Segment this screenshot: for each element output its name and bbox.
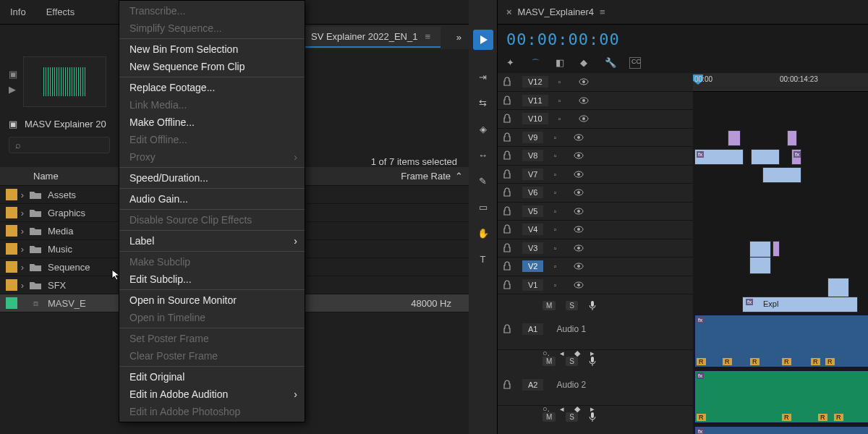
mute-button[interactable]: M	[542, 357, 556, 366]
video-track-header[interactable]: V12▫	[498, 73, 693, 92]
sync-lock-icon[interactable]: ▫	[553, 133, 563, 142]
rectangle-icon[interactable]: ▭	[477, 200, 490, 213]
audio-clip[interactable]: fxRRRRRR	[694, 315, 868, 367]
menu-item[interactable]: Make Offline...	[119, 114, 305, 131]
lock-icon[interactable]	[502, 150, 512, 161]
expand-arrow-icon[interactable]: ›	[17, 226, 27, 237]
menu-item[interactable]: Edit Subclip...	[119, 271, 305, 288]
tab-menu-icon[interactable]: ≡	[425, 31, 430, 42]
sync-lock-icon[interactable]: ▫	[558, 77, 569, 86]
video-track-header[interactable]: V1▫	[498, 276, 693, 295]
lock-icon[interactable]	[502, 95, 512, 106]
chevrons-icon[interactable]: »	[456, 32, 461, 43]
track-name[interactable]: V12	[522, 76, 548, 88]
track-id[interactable]: A2	[522, 379, 543, 391]
lock-icon[interactable]	[502, 324, 512, 334]
eye-icon[interactable]	[574, 189, 584, 196]
lock-icon[interactable]	[502, 380, 512, 390]
cc-icon[interactable]: CC	[629, 57, 641, 69]
video-track-header[interactable]: V6▫	[498, 184, 693, 203]
expand-arrow-icon[interactable]: ›	[17, 280, 27, 291]
lock-icon[interactable]	[502, 132, 512, 142]
solo-button[interactable]: S	[566, 301, 578, 310]
video-track-header[interactable]: V5▫	[498, 203, 693, 221]
col-frame-rate[interactable]: Frame Rate ⌃	[376, 171, 463, 182]
timescale[interactable]: 00:00 00:00:14:23	[693, 73, 868, 92]
slip-icon[interactable]: ↔	[477, 148, 490, 161]
sync-lock-icon[interactable]: ▫	[558, 114, 569, 123]
menu-item[interactable]: Open in Source Monitor	[119, 292, 305, 309]
eye-icon[interactable]	[574, 208, 584, 215]
track-content[interactable]: 00:00 00:00:14:23 fxfxfxExplfxRRRRRRfxRR…	[693, 73, 868, 434]
clip[interactable]: fx	[791, 149, 801, 165]
tab-info[interactable]: Info	[0, 1, 36, 23]
clip[interactable]	[749, 241, 771, 258]
timecode[interactable]: 00:00:00:00	[506, 30, 859, 48]
eye-icon[interactable]	[574, 134, 584, 141]
tab-menu-icon[interactable]: ≡	[600, 7, 605, 17]
clip[interactable]	[749, 257, 771, 274]
search-input[interactable]: ⌕	[9, 137, 110, 153]
sync-lock-icon[interactable]: ▫	[558, 96, 569, 105]
lock-icon[interactable]	[502, 77, 512, 87]
clip[interactable]: fx	[694, 149, 744, 165]
eye-icon[interactable]	[574, 152, 584, 159]
menu-item[interactable]: Replace Footage...	[119, 79, 305, 96]
play-preview-icon[interactable]: ▶	[9, 84, 17, 95]
track-name[interactable]: V6	[522, 187, 543, 198]
audio-track-header[interactable]: MSA2Audio 2○.◂◆▸	[498, 350, 693, 406]
hand-icon[interactable]: ✋	[477, 226, 490, 239]
lock-icon[interactable]	[502, 280, 512, 290]
lock-icon[interactable]	[502, 187, 512, 197]
video-track-header[interactable]: V7▫	[498, 166, 693, 184]
snap-icon[interactable]: ✦	[506, 57, 518, 69]
track-name[interactable]: V9	[522, 132, 543, 143]
preview-thumbnail[interactable]	[23, 56, 106, 107]
expand-arrow-icon[interactable]: ›	[17, 208, 27, 218]
eye-icon[interactable]	[574, 171, 584, 178]
marker-icon[interactable]: ◆	[580, 57, 592, 69]
eye-icon[interactable]	[579, 115, 589, 122]
lock-icon[interactable]	[502, 224, 512, 234]
menu-item[interactable]: Label›	[119, 232, 305, 250]
tab-effects[interactable]: Effects	[36, 1, 85, 23]
video-track-header[interactable]: V2▫	[498, 258, 693, 276]
razor-icon[interactable]: ◈	[477, 122, 490, 135]
track-name[interactable]: V3	[522, 242, 543, 254]
eye-icon[interactable]	[574, 226, 584, 233]
clip[interactable]	[728, 130, 741, 146]
type-icon[interactable]: T	[477, 252, 490, 265]
sync-lock-icon[interactable]: ▫	[553, 262, 563, 271]
video-track-header[interactable]: V3▫	[498, 239, 693, 258]
eye-icon[interactable]	[574, 263, 584, 270]
pen-icon[interactable]: ✎	[477, 174, 490, 187]
video-track-header[interactable]: V9▫	[498, 129, 693, 148]
menu-item[interactable]: Edit in Adobe Audition›	[119, 386, 305, 403]
track-name[interactable]: V8	[522, 150, 543, 161]
mic-icon[interactable]	[588, 300, 597, 310]
marker-add-icon[interactable]: ◧	[556, 57, 567, 69]
sync-lock-icon[interactable]: ▫	[553, 151, 563, 160]
solo-button[interactable]: S	[566, 412, 578, 422]
menu-item[interactable]: New Bin From Selection	[119, 41, 305, 58]
clip[interactable]	[762, 167, 801, 183]
track-id[interactable]: A1	[522, 323, 543, 335]
menu-item[interactable]: Speed/Duration...	[119, 169, 305, 187]
mute-button[interactable]: M	[542, 301, 556, 310]
solo-button[interactable]: S	[566, 357, 578, 366]
track-name[interactable]: V4	[522, 224, 543, 235]
expand-arrow-icon[interactable]: ›	[17, 244, 27, 255]
expand-arrow-icon[interactable]: ›	[17, 262, 27, 273]
camera-icon[interactable]: ▣	[9, 69, 17, 80]
eye-icon[interactable]	[574, 244, 584, 252]
lock-icon[interactable]	[502, 261, 512, 271]
mute-button[interactable]: M	[542, 412, 556, 422]
sync-lock-icon[interactable]: ▫	[553, 225, 563, 234]
clip[interactable]: fxExpl	[742, 297, 858, 312]
lock-icon[interactable]	[502, 243, 512, 253]
eye-icon[interactable]	[574, 281, 584, 289]
video-track-header[interactable]: V4▫	[498, 221, 693, 239]
link-icon[interactable]: ⌒	[531, 57, 542, 69]
menu-item[interactable]: Edit Original	[119, 368, 305, 386]
menu-item[interactable]: Audio Gain...	[119, 190, 305, 208]
